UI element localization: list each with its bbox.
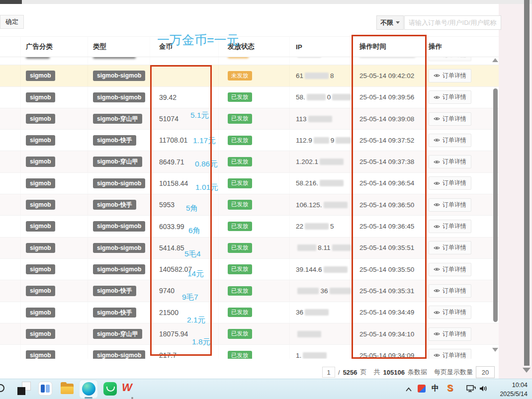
order-detail-button[interactable]: 订单详情 [429, 57, 471, 61]
wps-office-icon[interactable]: W [122, 381, 132, 394]
row-select-cell [0, 87, 21, 108]
ip-cell: 8.11 [290, 238, 353, 258]
ip-value: 36 [320, 287, 328, 295]
ip-cell: 113 [290, 108, 353, 129]
row-select-cell [0, 194, 21, 215]
table-scrollbar-thumb[interactable] [493, 88, 498, 322]
pagination: 1 / 5256 页 共 105106 条数据 每页显示数量 20 [322, 366, 504, 379]
status-badge: 已发放 [228, 308, 252, 318]
ip-value: 113 [296, 115, 307, 123]
ip-cell: 112.99 [290, 130, 353, 151]
order-detail-button[interactable]: 订单详情 [429, 90, 471, 104]
category-badge: sigmob [26, 114, 55, 124]
order-detail-button[interactable]: 订单详情 [429, 306, 471, 319]
row-select-cell [0, 302, 21, 323]
search-input[interactable] [404, 15, 501, 30]
tray-expand-chevron-icon[interactable] [405, 385, 412, 394]
ip-redaction [307, 94, 326, 100]
page-number-input[interactable]: 1 [322, 367, 335, 378]
security-tray-icon[interactable] [418, 382, 426, 393]
order-detail-label: 订单详情 [443, 222, 466, 231]
type-badge: sigmob-穿山甲 [93, 114, 142, 124]
start-button-icon[interactable] [17, 382, 30, 395]
network-icon[interactable] [466, 385, 476, 395]
type-badge: sigmob-快手 [93, 286, 136, 296]
filter-dropdown[interactable]: 不限 [376, 15, 404, 30]
category-badge: sigmob [26, 243, 55, 253]
order-detail-button[interactable]: 订单详情 [429, 349, 471, 359]
action-cell: 订单详情 [425, 302, 499, 323]
eye-icon [434, 116, 440, 121]
total-prefix: 共 [374, 368, 380, 377]
status-cell: 已发放 [219, 280, 290, 301]
type-cell: sigmob-穿山甲 [88, 323, 150, 344]
eye-icon [434, 224, 440, 229]
type-badge: sigmob-sigmob [93, 178, 145, 188]
row-select-cell [0, 259, 21, 280]
category-cell: sigmob [21, 194, 88, 215]
ip-cell: 106.125. [290, 194, 353, 215]
gold-cell [150, 57, 219, 65]
category-cell: sigmob [21, 108, 88, 129]
type-badge: sigmob-sigmob [93, 71, 145, 80]
order-detail-label: 订单详情 [443, 179, 466, 187]
action-cell: 订单详情 [425, 151, 499, 172]
ip-value: 1.202.1 [296, 158, 318, 165]
type-cell: sigmob-快手 [88, 280, 150, 301]
order-detail-button[interactable]: 订单详情 [429, 241, 471, 254]
order-detail-button[interactable]: 订单详情 [429, 220, 471, 233]
ip-redaction [314, 137, 329, 144]
sogou-tray-icon[interactable]: S [447, 382, 453, 395]
order-detail-button[interactable]: 订单详情 [429, 69, 471, 82]
order-detail-button[interactable]: 订单详情 [429, 198, 471, 212]
order-detail-button[interactable]: 订单详情 [429, 134, 471, 147]
order-detail-label: 订单详情 [443, 93, 466, 101]
total-pages: 5256 [343, 369, 357, 376]
ime-language-icon[interactable]: 中 [432, 382, 439, 395]
order-detail-button[interactable]: 订单详情 [429, 284, 471, 298]
ip-cell [290, 323, 353, 344]
order-detail-button[interactable]: 订单详情 [429, 112, 471, 126]
row-select-cell [0, 238, 21, 258]
eye-icon [434, 73, 440, 78]
page-scrollbar-thumb[interactable] [524, 0, 530, 366]
category-badge: sigmob [26, 286, 55, 296]
order-detail-label: 订单详情 [443, 72, 466, 80]
order-detail-button[interactable]: 订单详情 [429, 263, 471, 276]
order-detail-label: 订单详情 [443, 308, 466, 317]
table-scrollbar-down-arrow[interactable] [492, 348, 498, 352]
ip-value: 9 [331, 137, 335, 144]
action-cell: 订单详情 [425, 194, 499, 215]
table-scrollbar-up-arrow[interactable] [492, 58, 498, 62]
annotation-box-time-column [352, 35, 427, 359]
category-badge [26, 57, 50, 59]
volume-icon[interactable] [479, 385, 489, 395]
category-cell: sigmob [21, 87, 88, 108]
green-store-app-icon[interactable] [103, 382, 117, 396]
total-count: 105106 [383, 369, 405, 376]
category-cell: sigmob [21, 238, 88, 258]
order-detail-button[interactable]: 订单详情 [429, 176, 471, 190]
file-explorer-icon[interactable] [61, 382, 74, 395]
eye-icon [434, 138, 440, 143]
status-badge: 已发放 [228, 178, 252, 188]
status-badge: 已发放 [228, 243, 252, 253]
order-detail-button[interactable]: 订单详情 [429, 155, 471, 168]
ip-value: 5 [330, 223, 334, 230]
category-cell: sigmob [21, 280, 88, 301]
per-page-select[interactable]: 20 [476, 366, 495, 378]
edge-browser-icon[interactable] [82, 382, 95, 396]
ip-redaction [308, 116, 332, 122]
column-header-5: IP [290, 37, 353, 57]
status-badge: 已发放 [228, 114, 252, 124]
order-detail-button[interactable]: 订单详情 [429, 327, 471, 341]
status-cell: 已发放 [219, 345, 290, 359]
ip-redaction [324, 202, 348, 208]
page-scrollbar-down-arrow[interactable] [523, 368, 531, 373]
taskbar-clock[interactable]: 10:04 2025/5/14 [495, 381, 528, 399]
confirm-button[interactable]: 确定 [0, 15, 24, 29]
task-view-icon[interactable] [39, 382, 52, 395]
taskbar-search-icon[interactable] [0, 384, 4, 392]
ip-cell: 58.216. [290, 173, 353, 194]
action-cell: 订单详情 [425, 87, 499, 108]
